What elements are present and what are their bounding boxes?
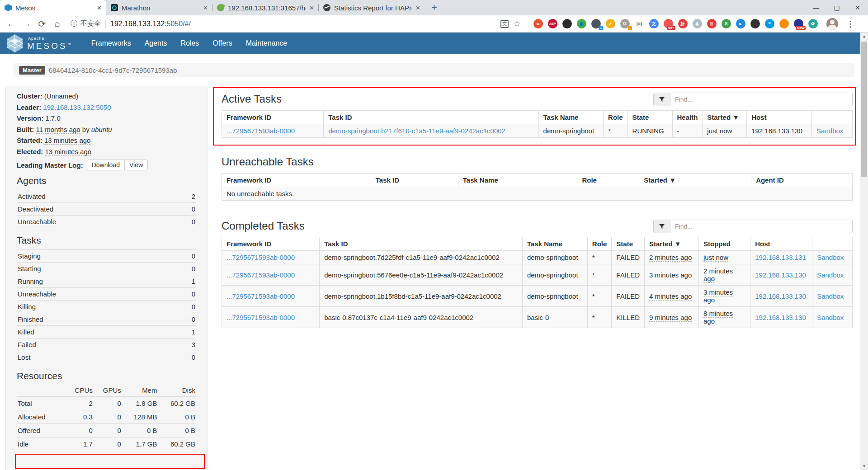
col-state[interactable]: State	[627, 111, 672, 124]
col-role[interactable]: Role	[587, 237, 612, 251]
mail-99-ext-icon[interactable]: 99+	[664, 19, 673, 28]
download-log-button[interactable]: Download	[87, 160, 125, 170]
scroll-up-icon[interactable]: ▲	[860, 33, 868, 40]
close-button[interactable]: ✕	[847, 0, 868, 15]
col-task-name[interactable]: Task Name	[538, 111, 604, 124]
infinity-ext-icon[interactable]: ∞	[533, 19, 543, 28]
green-s-ext-icon[interactable]: S	[722, 19, 731, 28]
col-agent-id[interactable]: Agent ID	[751, 174, 853, 187]
address-bar[interactable]: ⓘ 不安全 192.168.133.132:5050/#/	[65, 17, 497, 31]
reload-icon[interactable]: ⟳	[34, 19, 50, 29]
scrollbar-thumb[interactable]	[861, 42, 867, 177]
col-role[interactable]: Role	[577, 174, 639, 187]
forward-icon[interactable]: →	[19, 19, 34, 29]
green-circle-ext-icon[interactable]: ◉	[577, 19, 586, 28]
col-role[interactable]: Role	[604, 111, 628, 124]
sandbox-link[interactable]: Sandbox	[817, 271, 844, 279]
nav-roles[interactable]: Roles	[174, 33, 206, 53]
framework-id-link[interactable]: ...7295671593ab-0000	[226, 292, 295, 300]
framework-id-link[interactable]: ...7295671593ab-0000	[226, 271, 295, 279]
panda-ext-icon[interactable]	[562, 19, 572, 28]
col-task-name[interactable]: Task Name	[458, 174, 577, 187]
page-scrollbar[interactable]: ▲ ▼	[860, 33, 868, 470]
nav-maintenance[interactable]: Maintenance	[239, 33, 294, 53]
tab-haproxy-stats[interactable]: Statistics Report for HAProxy ✕	[319, 0, 425, 15]
find-input[interactable]	[670, 220, 853, 233]
translate-ext-icon[interactable]: 文	[649, 19, 659, 28]
zhe-coupon-ext-icon[interactable]: 折	[678, 19, 688, 28]
chrome-menu-icon[interactable]: ⋮	[846, 19, 854, 29]
tab-close-icon[interactable]: ✕	[415, 5, 420, 11]
maximize-button[interactable]: ▢	[826, 0, 847, 15]
col-stopped[interactable]: Stopped	[698, 237, 750, 251]
tab-mesos[interactable]: Mesos ✕	[0, 0, 106, 15]
nav-frameworks[interactable]: Frameworks	[85, 33, 138, 53]
host-link[interactable]: 192.168.133.130	[755, 271, 806, 279]
adblock-plus-ext-icon[interactable]: ABP	[548, 19, 557, 28]
new-badge-ext-icon[interactable]: New	[794, 19, 803, 28]
view-log-button[interactable]: View	[124, 160, 148, 170]
col-task-id[interactable]: Task ID	[320, 237, 523, 251]
teal-wheel-ext-icon[interactable]: ✿	[808, 19, 818, 28]
tab-close-icon[interactable]: ✕	[309, 5, 314, 11]
blue-send-ext-icon[interactable]: ▸	[736, 19, 745, 28]
col-framework-id[interactable]: Framework ID	[222, 111, 324, 124]
dark-cat-ext-icon[interactable]	[750, 19, 760, 28]
tab-hello-world[interactable]: 192.168.133.131:31657/hello w ✕	[212, 0, 319, 15]
nav-offers[interactable]: Offers	[206, 33, 239, 53]
sandbox-link[interactable]: Sandbox	[817, 254, 844, 261]
translate-page-icon[interactable]: 文	[500, 20, 509, 28]
info-icon[interactable]: ⓘ	[71, 19, 78, 28]
tab-close-icon[interactable]: ✕	[97, 5, 102, 11]
bookmark-star-icon[interactable]: ☆	[513, 19, 521, 29]
sandbox-link[interactable]: Sandbox	[817, 314, 844, 321]
orange-ball-ext-icon[interactable]	[779, 19, 789, 28]
col-task-id[interactable]: Task ID	[371, 174, 458, 187]
filter-funnel-icon[interactable]	[653, 220, 670, 233]
new-tab-button[interactable]: +	[425, 0, 443, 15]
find-input[interactable]	[670, 93, 853, 106]
host-link[interactable]: 192.168.133.130	[755, 292, 806, 300]
framework-id-link[interactable]: ...7295671593ab-0000	[226, 254, 295, 261]
framework-id-link[interactable]: ...7295671593ab-0000	[226, 127, 295, 135]
col-sandbox[interactable]	[812, 237, 853, 251]
col-started[interactable]: Started ▼	[639, 174, 751, 187]
host-link[interactable]: 192.168.133.131	[755, 254, 806, 261]
chat-ext-icon[interactable]: ❝	[765, 19, 774, 28]
col-health[interactable]: Health	[672, 111, 703, 124]
gray-g-ext-icon[interactable]: G1	[620, 19, 630, 28]
filter-funnel-icon[interactable]	[653, 93, 670, 106]
leader-link[interactable]: 192.168.133.132:5050	[43, 103, 111, 111]
back-icon[interactable]: ←	[4, 19, 19, 29]
person-ext-icon[interactable]: ♟	[693, 19, 702, 28]
col-host[interactable]: Host	[750, 237, 812, 251]
parentheses-ext-icon[interactable]: (≡)	[635, 19, 644, 28]
col-task-name[interactable]: Task Name	[522, 237, 587, 251]
master-badge: Master	[19, 66, 45, 75]
host-link[interactable]: 192.168.133.130	[755, 314, 806, 321]
completed-task-row: ...7295671593ab-0000 demo-springboot.1b1…	[222, 286, 853, 307]
red-list-ext-icon[interactable]: ≣	[707, 19, 717, 28]
penguin-ext-icon[interactable]: 1	[591, 19, 601, 28]
col-state[interactable]: State	[612, 237, 645, 251]
framework-id-link[interactable]: ...7295671593ab-0000	[226, 314, 295, 321]
col-framework-id[interactable]: Framework ID	[222, 237, 320, 251]
minimize-button[interactable]: —	[806, 0, 826, 15]
col-framework-id[interactable]: Framework ID	[222, 174, 371, 187]
check-ext-icon[interactable]: ✓	[606, 19, 615, 28]
col-task-id[interactable]: Task ID	[324, 111, 538, 124]
nav-agents[interactable]: Agents	[138, 33, 174, 53]
task-id-link[interactable]: demo-springboot.b217f610-c1a5-11e9-aaf9-…	[328, 127, 505, 135]
profile-avatar[interactable]	[826, 18, 838, 30]
sandbox-link[interactable]: Sandbox	[816, 127, 843, 135]
sandbox-link[interactable]: Sandbox	[817, 292, 844, 300]
col-started[interactable]: Started ▼	[645, 237, 699, 251]
col-sandbox[interactable]	[812, 111, 853, 124]
home-icon[interactable]: ⌂	[50, 19, 65, 29]
col-host[interactable]: Host	[747, 111, 812, 124]
mesos-brand[interactable]: Apache MESOS™	[6, 34, 73, 53]
col-started[interactable]: Started ▼	[703, 111, 747, 124]
tab-marathon[interactable]: Marathon ✕	[106, 0, 212, 15]
tab-close-icon[interactable]: ✕	[203, 5, 208, 11]
scroll-down-icon[interactable]: ▼	[860, 462, 868, 470]
